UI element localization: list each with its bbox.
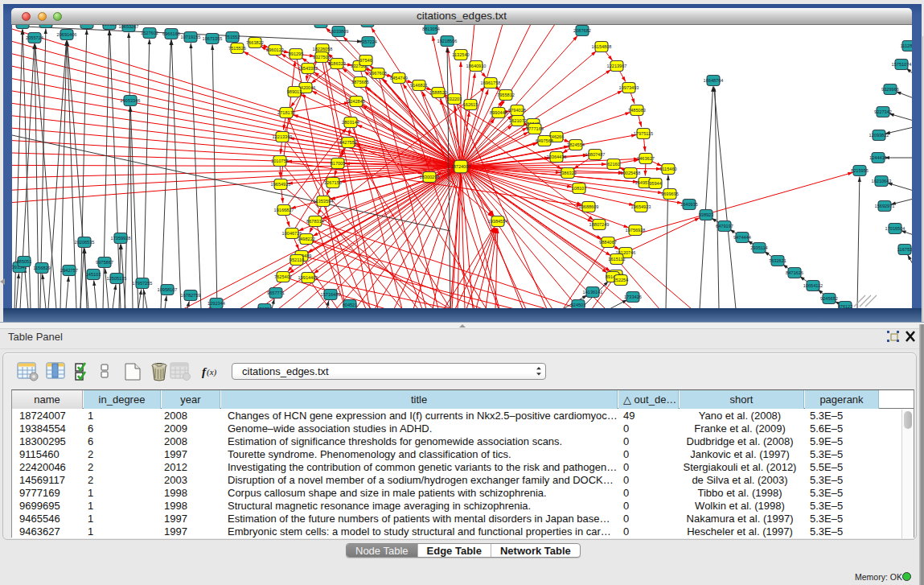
svg-text:10046726: 10046726 — [282, 231, 302, 236]
svg-text:2055724: 2055724 — [26, 35, 43, 40]
svg-text:19654923: 19654923 — [631, 204, 651, 209]
svg-text:10973493: 10973493 — [619, 85, 639, 90]
svg-text:145103: 145103 — [86, 272, 101, 277]
svg-text:9327506: 9327506 — [313, 55, 331, 60]
svg-text:109113: 109113 — [102, 25, 117, 27]
svg-text:1588520: 1588520 — [429, 90, 447, 95]
svg-text:17359928: 17359928 — [111, 236, 131, 241]
svg-text:1244415: 1244415 — [869, 155, 887, 160]
svg-text:9657771: 9657771 — [267, 290, 285, 295]
svg-text:20206535: 20206535 — [75, 240, 95, 245]
svg-text:891295: 891295 — [289, 51, 304, 56]
svg-text:9329966: 9329966 — [881, 87, 899, 92]
svg-text:16648764: 16648764 — [704, 78, 724, 83]
svg-text:817005: 817005 — [331, 161, 346, 166]
svg-text:29053346: 29053346 — [121, 98, 141, 103]
svg-text:2803144: 2803144 — [342, 120, 359, 125]
svg-text:15751074: 15751074 — [892, 62, 912, 67]
svg-text:62160: 62160 — [607, 162, 620, 167]
svg-text:19756928: 19756928 — [626, 228, 646, 233]
svg-text:10688609: 10688609 — [579, 204, 599, 209]
svg-text:10958107: 10958107 — [158, 287, 178, 292]
svg-text:8960123: 8960123 — [266, 47, 284, 52]
svg-text:19654925: 19654925 — [271, 182, 291, 187]
svg-text:1527602: 1527602 — [141, 31, 158, 35]
svg-text:8990448: 8990448 — [490, 110, 507, 115]
svg-text:2087682: 2087682 — [573, 28, 591, 33]
svg-text:9245652: 9245652 — [820, 296, 838, 301]
svg-text:162615: 162615 — [463, 102, 478, 107]
svg-text:9242845: 9242845 — [347, 99, 365, 104]
svg-text:3267150: 3267150 — [324, 180, 342, 185]
svg-text:8678314: 8678314 — [306, 219, 324, 224]
svg-text:1640935: 1640935 — [680, 202, 698, 207]
svg-text:6479197: 6479197 — [716, 224, 733, 229]
svg-text:18300295: 18300295 — [420, 175, 440, 179]
svg-text:1615112: 1615112 — [608, 257, 625, 262]
svg-text:1292344: 1292344 — [207, 301, 225, 306]
svg-text:8471626: 8471626 — [786, 270, 803, 275]
svg-text:9699695: 9699695 — [661, 192, 679, 196]
svg-text:938923: 938923 — [699, 212, 714, 217]
svg-text:989013: 989013 — [287, 89, 302, 94]
svg-text:2967608: 2967608 — [369, 71, 387, 76]
svg-text:7357224: 7357224 — [359, 39, 377, 44]
svg-text:19218506: 19218506 — [437, 39, 458, 43]
svg-text:804521: 804521 — [343, 303, 358, 307]
svg-text:252254: 252254 — [614, 278, 629, 282]
svg-text:15692971: 15692971 — [875, 204, 895, 208]
svg-text:108107: 108107 — [572, 186, 587, 191]
svg-text:3498222: 3498222 — [298, 237, 315, 241]
svg-text:10807487: 10807487 — [585, 152, 606, 157]
svg-text:8215955: 8215955 — [851, 168, 869, 173]
svg-text:9463627: 9463627 — [637, 156, 655, 161]
svg-text:15716485: 15716485 — [321, 292, 341, 297]
svg-text:12093822: 12093822 — [869, 133, 889, 138]
svg-text:1405572: 1405572 — [14, 25, 31, 26]
svg-text:8813054: 8813054 — [422, 27, 440, 31]
svg-text:8186323: 8186323 — [328, 61, 346, 66]
svg-text:952110: 952110 — [290, 257, 304, 262]
svg-text:163747: 163747 — [80, 25, 95, 26]
svg-text:11353594: 11353594 — [314, 199, 333, 204]
svg-text:18640910: 18640910 — [466, 64, 487, 68]
svg-text:3875685: 3875685 — [351, 80, 369, 84]
svg-text:9227342: 9227342 — [874, 109, 892, 114]
svg-text:18226058: 18226058 — [313, 47, 333, 51]
svg-text:2942757: 2942757 — [60, 268, 78, 273]
svg-text:20364436: 20364436 — [547, 154, 567, 159]
svg-text:10719155: 10719155 — [181, 35, 201, 39]
svg-text:9474444: 9474444 — [733, 235, 751, 240]
svg-text:16782759: 16782759 — [181, 293, 201, 298]
svg-text:10654112: 10654112 — [803, 283, 823, 288]
svg-text:924501: 924501 — [571, 303, 586, 307]
svg-text:14136141: 14136141 — [583, 290, 603, 295]
svg-text:751552: 751552 — [225, 35, 240, 39]
svg-text:16961758: 16961758 — [481, 80, 501, 85]
svg-text:9975867: 9975867 — [96, 260, 113, 265]
svg-text:18807249: 18807249 — [589, 222, 610, 227]
svg-text:16154808: 16154808 — [592, 44, 612, 49]
svg-text:9146821: 9146821 — [410, 83, 428, 88]
svg-text:12213967: 12213967 — [607, 64, 627, 68]
svg-text:6794028: 6794028 — [508, 108, 526, 113]
svg-text:10671355: 10671355 — [203, 36, 223, 41]
svg-text:2935114: 2935114 — [750, 245, 767, 250]
svg-text:12213369: 12213369 — [273, 134, 293, 139]
svg-text:7625402: 7625402 — [274, 274, 292, 279]
svg-text:876122: 876122 — [838, 304, 853, 308]
svg-text:7386322: 7386322 — [559, 171, 577, 175]
svg-text:97546: 97546 — [359, 58, 372, 63]
svg-text:6497568: 6497568 — [536, 138, 553, 143]
svg-text:19166827: 19166827 — [274, 208, 294, 212]
svg-text:7485083: 7485083 — [628, 108, 646, 113]
svg-text:7632621: 7632621 — [769, 258, 786, 263]
svg-text:17975115: 17975115 — [634, 131, 653, 136]
svg-text:(x): (x) — [207, 367, 217, 377]
svg-text:10025458: 10025458 — [621, 171, 641, 175]
svg-text:16543382: 16543382 — [298, 66, 318, 71]
svg-text:9115460: 9115460 — [659, 167, 676, 171]
svg-text:9777169: 9777169 — [526, 126, 544, 131]
svg-text:116753: 116753 — [897, 247, 912, 252]
svg-text:8427552: 8427552 — [339, 140, 357, 145]
